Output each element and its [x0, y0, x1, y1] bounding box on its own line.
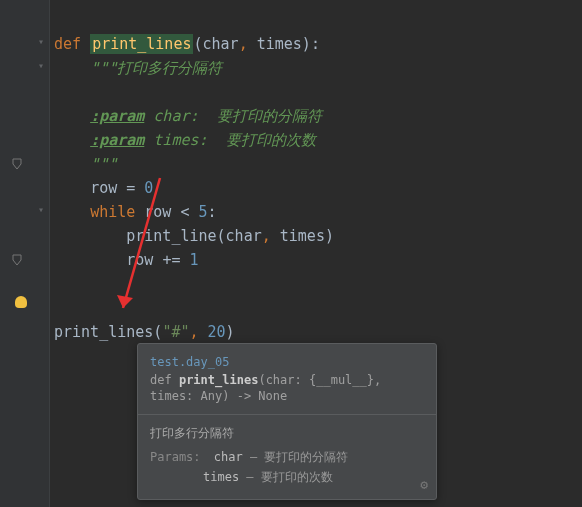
doc-param-tag: :param [90, 131, 144, 149]
popup-signature: test.day_05 def print_lines(char: {__mul… [138, 344, 436, 415]
gear-icon[interactable]: ⚙ [420, 477, 428, 493]
popup-params-label: Params: [150, 450, 201, 464]
call-print-lines: print_lines [54, 323, 153, 341]
docstring: """打印多行分隔符 [90, 59, 222, 77]
gutter: ▾ ▾ ▾ [0, 0, 50, 507]
function-name: print_lines [90, 34, 193, 54]
line-marker-icon [10, 157, 24, 171]
intention-bulb-icon[interactable] [15, 296, 27, 308]
fold-icon[interactable]: ▾ [38, 60, 48, 70]
doc-param-tag: :param [90, 107, 144, 125]
popup-description: 打印多行分隔符 [150, 425, 424, 441]
call-print-line: print_line [126, 227, 216, 245]
quick-doc-popup: test.day_05 def print_lines(char: {__mul… [137, 343, 437, 500]
fold-icon[interactable]: ▾ [38, 204, 48, 214]
popup-module: test.day_05 [150, 354, 424, 370]
keyword-def: def [54, 35, 81, 53]
line-marker-icon [10, 253, 24, 267]
popup-body: 打印多行分隔符 Params: char – 要打印的分隔符 times – 要… [138, 415, 436, 499]
keyword-while: while [90, 203, 135, 221]
fold-icon[interactable]: ▾ [38, 36, 48, 46]
